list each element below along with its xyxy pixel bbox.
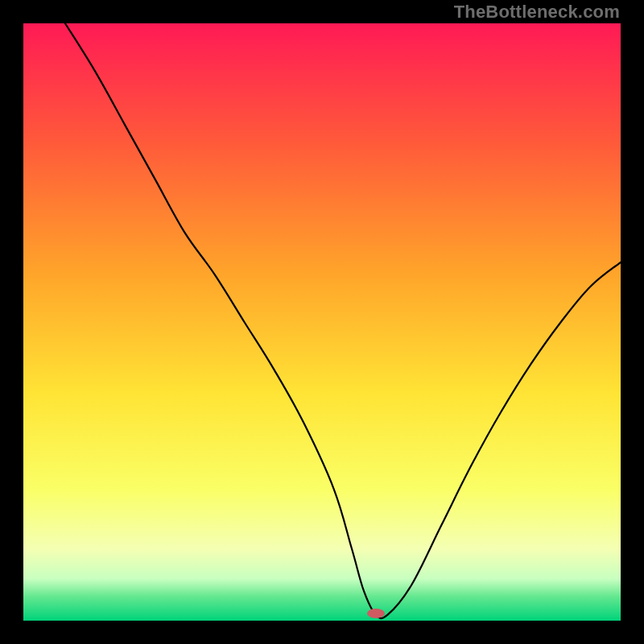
plot-area [23,23,621,621]
bottleneck-curve [65,23,621,618]
chart-frame: TheBottleneck.com [0,0,644,644]
plot-svg [23,23,621,621]
attribution-text: TheBottleneck.com [454,2,620,23]
min-marker [367,609,385,618]
